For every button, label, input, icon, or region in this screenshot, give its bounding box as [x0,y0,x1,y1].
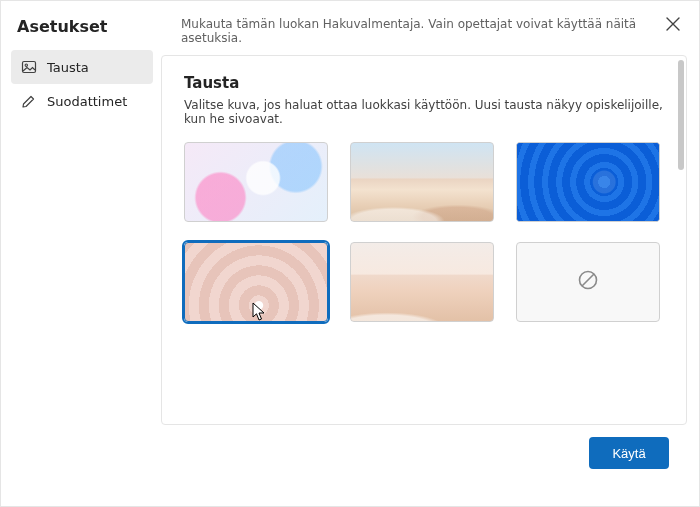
sidebar-item-label: Suodattimet [47,94,127,109]
intro-text: Mukauta tämän luokan Hakuvalmentaja. Vai… [161,17,687,49]
background-option-none[interactable] [516,242,660,322]
none-icon [577,269,599,295]
panel-heading: Tausta [184,74,678,92]
svg-line-3 [582,274,594,286]
main-column: Mukauta tämän luokan Hakuvalmentaja. Vai… [161,1,699,469]
apply-button[interactable]: Käytä [589,437,669,469]
image-icon [21,59,37,75]
close-icon [666,17,680,34]
sidebar-item-suodattimet[interactable]: Suodattimet [11,84,153,118]
sidebar: Asetukset Tausta Suodattimet [1,1,161,118]
scrollbar[interactable] [678,60,684,170]
background-option-windows-bloom[interactable] [516,142,660,222]
svg-point-1 [25,64,27,66]
panel-description: Valitse kuva, jos haluat ottaa luokkasi … [184,98,678,126]
background-option-pink-petals[interactable] [184,242,328,322]
settings-dialog: Asetukset Tausta Suodattimet [0,0,700,507]
background-grid [184,142,678,322]
dialog-title: Asetukset [17,17,161,36]
background-option-sand-pastel[interactable] [350,242,494,322]
sidebar-item-tausta[interactable]: Tausta [11,50,153,84]
sidebar-item-label: Tausta [47,60,89,75]
background-option-desert-dunes[interactable] [350,142,494,222]
background-panel: Tausta Valitse kuva, jos haluat ottaa lu… [161,55,687,425]
dialog-footer: Käytä [161,425,687,469]
cursor-icon [251,301,269,322]
pencil-icon [21,93,37,109]
close-button[interactable] [659,11,687,39]
background-option-abstract-bubbles[interactable] [184,142,328,222]
svg-rect-0 [23,62,36,73]
